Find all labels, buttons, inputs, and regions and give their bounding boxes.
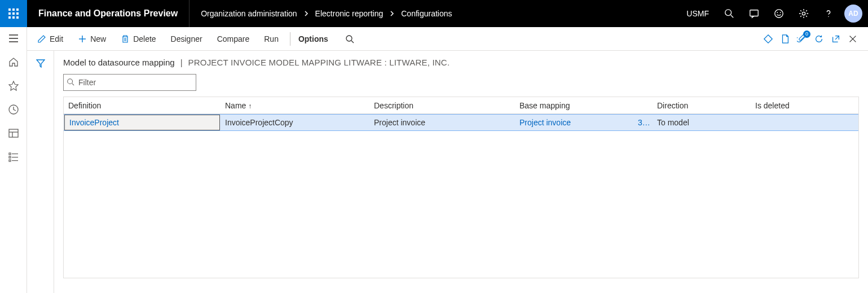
grid-row[interactable]: InvoiceProject InvoiceProjectCopy Projec… [64,114,858,131]
search-icon [345,34,354,43]
cell-direction[interactable]: To model [650,118,751,127]
cell-base-mapping[interactable]: Project invoice [515,118,633,127]
personalize-button[interactable] [763,34,773,44]
company-picker[interactable]: USMF [678,9,717,18]
svg-line-36 [835,36,839,39]
waffle-icon [8,8,19,19]
designer-label: Designer [171,34,202,43]
svg-point-13 [777,12,778,13]
svg-line-10 [731,15,734,18]
hamburger-icon[interactable] [8,33,19,44]
svg-rect-24 [9,153,11,155]
col-direction[interactable]: Direction [650,101,751,110]
svg-point-12 [775,10,783,18]
page-title: Model to datasource mapping [63,58,175,67]
star-icon[interactable] [8,80,19,91]
run-label: Run [264,34,279,43]
close-button[interactable] [848,34,858,44]
settings-button[interactable] [791,0,816,27]
grid-empty-area [64,131,858,278]
recent-icon[interactable] [8,104,19,115]
action-bar: Edit New Delete Designer Compare Run Opt… [27,27,868,51]
feedback-button[interactable] [766,0,791,27]
new-label: New [90,34,106,43]
workspaces-icon[interactable] [8,128,19,139]
search-icon [724,8,734,19]
filter-pane-toggle[interactable] [27,51,54,293]
svg-point-14 [780,12,781,13]
cell-name[interactable]: InvoiceProjectCopy [221,118,369,127]
app-launcher-button[interactable] [0,0,27,27]
main: Edit New Delete Designer Compare Run Opt… [27,27,868,293]
page-options-button[interactable] [780,34,790,44]
gear-icon [799,8,809,19]
svg-rect-11 [750,10,758,16]
close-icon [848,34,858,44]
cell-base-mapping-count[interactable]: 31 [633,118,650,127]
breadcrumb: Organization administration Electronic r… [190,9,463,18]
page-context: PROJECT INVOICE MODEL MAPPING LITWARE : … [188,58,450,67]
svg-rect-26 [9,160,11,161]
svg-point-39 [68,79,73,84]
breadcrumb-item[interactable]: Organization administration [201,9,297,18]
svg-rect-0 [8,8,11,11]
svg-rect-6 [8,16,11,19]
col-base-mapping[interactable]: Base mapping [515,101,633,110]
designer-button[interactable]: Designer [165,32,208,46]
page: Model to datasource mapping | PROJECT IN… [54,51,868,293]
breadcrumb-item[interactable]: Configurations [401,9,452,18]
col-description[interactable]: Description [369,101,515,110]
svg-rect-5 [16,12,19,15]
topbar: Finance and Operations Preview Organizat… [0,0,868,27]
compare-label: Compare [217,34,250,43]
grid: Definition Name↑ Description Base mappin… [63,97,859,278]
action-search-button[interactable] [341,32,359,46]
edit-icon [37,34,46,43]
grid-header: Definition Name↑ Description Base mappin… [64,97,858,114]
col-is-deleted[interactable]: Is deleted [751,101,813,110]
grid-filter-input[interactable] [63,74,196,91]
plus-icon [78,34,87,43]
definition-cell-input[interactable]: InvoiceProject [64,115,220,130]
new-button[interactable]: New [72,32,112,46]
svg-rect-2 [16,8,19,11]
svg-rect-4 [12,12,15,15]
col-name[interactable]: Name↑ [221,101,369,110]
left-nav-rail [0,27,27,293]
svg-point-15 [802,12,805,15]
modules-icon[interactable] [8,151,19,163]
compare-button[interactable]: Compare [212,32,255,46]
col-definition[interactable]: Definition [64,101,221,110]
question-icon [823,8,834,19]
svg-rect-21 [9,129,18,137]
page-icon [780,34,790,44]
app-title: Finance and Operations Preview [27,0,190,27]
help-button[interactable] [816,0,841,27]
user-avatar[interactable]: AD [844,5,862,23]
options-button[interactable]: Options [290,32,334,46]
search-button[interactable] [717,0,742,27]
chat-icon [749,8,759,19]
funnel-icon [36,59,45,68]
svg-rect-25 [9,156,11,158]
home-icon[interactable] [8,56,19,68]
grid-filter [63,74,196,91]
popout-button[interactable] [831,34,841,44]
chevron-right-icon [303,10,310,17]
attachments-button[interactable]: 0 [797,34,807,44]
cell-description[interactable]: Project invoice [369,118,515,127]
chevron-right-icon [389,10,395,17]
svg-point-34 [346,36,352,41]
svg-rect-7 [12,16,15,19]
run-button[interactable]: Run [258,32,284,46]
edit-button[interactable]: Edit [32,32,69,46]
delete-button[interactable]: Delete [115,32,161,46]
refresh-button[interactable] [814,34,824,44]
cell-definition: InvoiceProject [64,115,221,130]
options-label: Options [298,34,328,43]
svg-line-35 [351,41,354,43]
actionbar-right: 0 [763,34,863,44]
messages-button[interactable] [742,0,766,27]
breadcrumb-item[interactable]: Electronic reporting [315,9,384,18]
page-header: Model to datasource mapping | PROJECT IN… [63,58,859,67]
